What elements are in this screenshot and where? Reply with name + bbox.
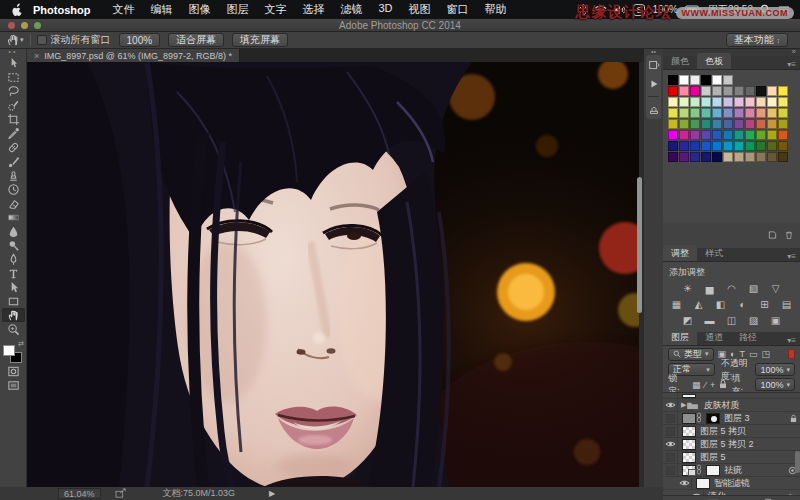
- layer-row-图层 5 拷贝[interactable]: 图层 5 拷贝: [663, 425, 800, 438]
- swatch[interactable]: [778, 97, 788, 107]
- swatch[interactable]: [679, 119, 689, 129]
- swatch[interactable]: [734, 97, 744, 107]
- crop-tool[interactable]: [2, 112, 25, 126]
- quick-mask-button[interactable]: [2, 364, 25, 378]
- menu-item-4[interactable]: 图层: [218, 2, 256, 17]
- swatch[interactable]: [712, 130, 722, 140]
- menu-item-1[interactable]: 文件: [104, 2, 142, 17]
- color-balance-adjustment-icon[interactable]: ◭: [691, 299, 706, 311]
- toolbar-grip[interactable]: ••: [9, 49, 18, 56]
- swatch[interactable]: [690, 108, 700, 118]
- menu-item-6[interactable]: 选择: [294, 2, 332, 17]
- layer-row-图层 5 拷贝 2[interactable]: 图层 5 拷贝 2: [663, 438, 800, 451]
- close-document-icon[interactable]: ×: [34, 51, 39, 61]
- swatch[interactable]: [723, 130, 733, 140]
- swatch[interactable]: [712, 152, 722, 162]
- wifi-icon[interactable]: [594, 5, 607, 15]
- new-swatch-icon[interactable]: [767, 226, 778, 244]
- swatch[interactable]: [778, 119, 788, 129]
- opacity-dropdown[interactable]: 100% ▾: [755, 363, 795, 376]
- status-options-arrow[interactable]: ▶: [269, 489, 275, 498]
- layer-row-祛疵[interactable]: 祛疵: [663, 464, 800, 477]
- swatch[interactable]: [767, 86, 777, 96]
- notification-center-icon[interactable]: [778, 5, 790, 15]
- layer-filter-kind-dropdown[interactable]: 类型 ▾: [668, 348, 714, 361]
- swatch[interactable]: [679, 75, 689, 85]
- input-method-badge[interactable]: S: [633, 4, 645, 16]
- swatch[interactable]: [734, 119, 744, 129]
- delete-layer-icon[interactable]: [782, 495, 792, 500]
- swatch[interactable]: [756, 119, 766, 129]
- lasso-tool[interactable]: [2, 84, 25, 98]
- swatch[interactable]: [745, 108, 755, 118]
- eraser-tool[interactable]: [2, 196, 25, 210]
- filter-blend-options-icon[interactable]: [787, 487, 797, 495]
- swatch[interactable]: [712, 108, 722, 118]
- layer-row-智能滤镜[interactable]: 智能滤镜: [663, 477, 800, 490]
- eyedropper-tool[interactable]: [2, 126, 25, 140]
- swatch[interactable]: [745, 86, 755, 96]
- shape-tool[interactable]: [2, 294, 25, 308]
- swatch[interactable]: [701, 119, 711, 129]
- adjustments-panel-menu-icon[interactable]: ▾≡: [787, 252, 800, 261]
- swatches-panel-menu-icon[interactable]: ▾≡: [787, 60, 800, 69]
- swatch[interactable]: [723, 152, 733, 162]
- layer-visibility-toggle[interactable]: [663, 451, 678, 463]
- swatch[interactable]: [701, 75, 711, 85]
- invert-adjustment-icon[interactable]: ◩: [680, 315, 695, 327]
- swatch[interactable]: [712, 97, 722, 107]
- selective-color-adjustment-icon[interactable]: ▣: [768, 315, 783, 327]
- hue-saturation-adjustment-icon[interactable]: ▦: [669, 299, 684, 311]
- swatch[interactable]: [723, 119, 733, 129]
- swatch[interactable]: [734, 152, 744, 162]
- clone-source-panel-icon[interactable]: [647, 103, 660, 116]
- threshold-adjustment-icon[interactable]: ◫: [724, 315, 739, 327]
- swatch[interactable]: [679, 97, 689, 107]
- swatch[interactable]: [767, 152, 777, 162]
- menu-item-3[interactable]: 图像: [180, 2, 218, 17]
- filter-smart-objects-icon[interactable]: ◳: [761, 349, 770, 359]
- swatch[interactable]: [778, 86, 788, 96]
- canvas-vertical-scrollbar[interactable]: [637, 177, 642, 313]
- swatch[interactable]: [745, 152, 755, 162]
- swatch[interactable]: [701, 108, 711, 118]
- swatch[interactable]: [745, 130, 755, 140]
- history-brush-tool[interactable]: [2, 182, 25, 196]
- swatch[interactable]: [701, 86, 711, 96]
- swatch[interactable]: [668, 130, 678, 140]
- swatch[interactable]: [701, 130, 711, 140]
- layer-visibility-toggle[interactable]: [663, 399, 678, 411]
- swatch[interactable]: [668, 108, 678, 118]
- brush-tool[interactable]: [2, 154, 25, 168]
- screen-mode-button[interactable]: [2, 378, 25, 392]
- black-white-adjustment-icon[interactable]: ◧: [713, 299, 728, 311]
- swatch[interactable]: [745, 141, 755, 151]
- healing-brush-tool[interactable]: [2, 140, 25, 154]
- swatch[interactable]: [767, 119, 777, 129]
- brightness-contrast-adjustment-icon[interactable]: ☀: [680, 283, 695, 295]
- lock-pixels-icon[interactable]: ⁄: [705, 380, 707, 390]
- curves-adjustment-icon[interactable]: ◠: [724, 283, 739, 295]
- swatch[interactable]: [668, 152, 678, 162]
- layer-row-液化[interactable]: 液化: [663, 490, 800, 495]
- hand-tool-preset-icon[interactable]: ▾: [6, 33, 24, 47]
- swatch[interactable]: [668, 86, 678, 96]
- vibrance-adjustment-icon[interactable]: ▽: [768, 283, 783, 295]
- swatch[interactable]: [690, 130, 700, 140]
- swatch[interactable]: [723, 97, 733, 107]
- color-lookup-adjustment-icon[interactable]: ▤: [779, 299, 794, 311]
- swatch[interactable]: [767, 130, 777, 140]
- layers-panel-menu-icon[interactable]: ▾≡: [787, 336, 800, 345]
- swatch[interactable]: [690, 152, 700, 162]
- swap-colors-icon[interactable]: ⇄: [18, 340, 24, 348]
- swatch[interactable]: [734, 86, 744, 96]
- move-tool[interactable]: [2, 56, 25, 70]
- gradient-map-adjustment-icon[interactable]: ▨: [746, 315, 761, 327]
- apple-menu-icon[interactable]: [12, 3, 23, 16]
- add-mask-icon[interactable]: [707, 495, 719, 500]
- layer-thumbnail[interactable]: [682, 413, 696, 424]
- zoom-100-button[interactable]: 100%: [119, 33, 161, 47]
- layer-visibility-toggle[interactable]: [663, 425, 678, 437]
- workspace-switcher[interactable]: 基本功能 ↕: [726, 33, 788, 47]
- swatch[interactable]: [712, 119, 722, 129]
